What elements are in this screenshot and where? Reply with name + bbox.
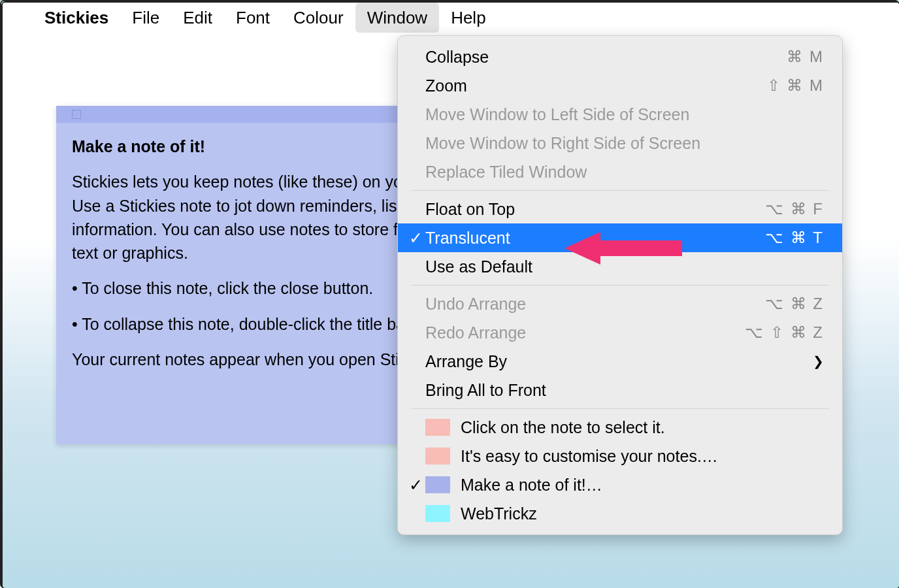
color-swatch (425, 448, 450, 465)
color-swatch (425, 505, 450, 522)
menuitem-collapse[interactable]: Collapse⌘ M (398, 42, 842, 71)
menuitem-move-left: Move Window to Left Side of Screen (398, 100, 842, 129)
menu-help[interactable]: Help (439, 3, 497, 33)
check-icon: ✓ (406, 229, 425, 248)
menu-edit[interactable]: Edit (171, 3, 224, 33)
menuitem-redo-arrange: Redo Arrange⌥ ⇧ ⌘ Z (398, 318, 842, 347)
close-icon[interactable] (72, 110, 81, 119)
separator (411, 285, 829, 286)
menu-file[interactable]: File (120, 3, 171, 33)
menuitem-bring-all-to-front[interactable]: Bring All to Front (398, 376, 842, 404)
menu-window[interactable]: Window (355, 3, 439, 33)
menuitem-zoom[interactable]: Zoom⇧ ⌘ M (398, 71, 842, 100)
chevron-right-icon: ❯ (813, 353, 824, 369)
window-menu-dropdown: Collapse⌘ M Zoom⇧ ⌘ M Move Window to Lef… (397, 35, 843, 535)
menuitem-window-note[interactable]: It's easy to customise your notes.… (398, 442, 842, 470)
menuitem-window-note[interactable]: Click on the note to select it. (398, 413, 842, 442)
menuitem-float-on-top[interactable]: Float on Top⌥ ⌘ F (398, 195, 842, 223)
menuitem-arrange-by[interactable]: Arrange By❯ (398, 347, 842, 376)
menuitem-undo-arrange: Undo Arrange⌥ ⌘ Z (398, 289, 842, 318)
annotation-arrow-icon (564, 229, 682, 268)
menu-colour[interactable]: Colour (282, 3, 355, 33)
menubar: Stickies File Edit Font Colour Window He… (3, 3, 899, 33)
separator (411, 190, 829, 191)
color-swatch (425, 476, 450, 493)
menuitem-window-note[interactable]: ✓Make a note of it!… (398, 470, 842, 499)
check-icon: ✓ (406, 476, 425, 495)
menu-font[interactable]: Font (224, 3, 282, 33)
separator (411, 408, 829, 409)
menuitem-move-right: Move Window to Right Side of Screen (398, 129, 842, 157)
color-swatch (425, 419, 450, 436)
svg-marker-0 (564, 232, 682, 265)
menuitem-replace-tiled: Replace Tiled Window (398, 157, 842, 186)
menuitem-window-note[interactable]: WebTrickz (398, 499, 842, 528)
menu-app[interactable]: Stickies (33, 3, 120, 33)
